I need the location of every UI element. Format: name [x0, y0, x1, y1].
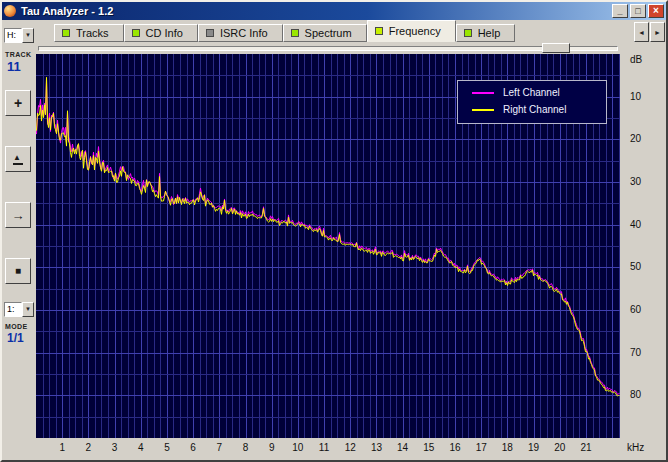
legend-label: Right Channel [503, 105, 566, 115]
legend-swatch-icon [472, 92, 494, 94]
tab-strip: TracksCD InfoISRC InfoSpectrumFrequencyH… [54, 20, 515, 42]
position-slider[interactable] [36, 42, 620, 54]
x-tick-label: 14 [395, 442, 411, 453]
y-axis: dB 1020304050607080 [620, 42, 666, 438]
y-tick-label: 50 [630, 261, 641, 272]
legend-swatch-icon [472, 109, 494, 111]
y-tick-label: 40 [630, 219, 641, 230]
transport-buttons: +▲→■ [2, 90, 31, 314]
mode-select-value: 1: [4, 302, 22, 317]
drive-select-value: H: [4, 28, 22, 43]
x-tick-label: 7 [211, 442, 227, 453]
x-tick-label: 16 [447, 442, 463, 453]
tab-label: Help [478, 27, 501, 39]
x-tick-label: 21 [578, 442, 594, 453]
x-axis-unit: kHz [627, 442, 644, 453]
maximize-button[interactable]: □ [630, 4, 646, 18]
arrow-right-icon: → [12, 209, 25, 222]
tab-led-icon [132, 29, 140, 37]
sidebar: H: ▼ TRACK 11 +▲→■ 1: ▼ MODE 1/1 [2, 20, 36, 460]
tab-label: ISRC Info [220, 27, 268, 39]
content-area: H: ▼ TRACK 11 +▲→■ 1: ▼ MODE 1/1 TracksC… [2, 20, 666, 460]
tab-isrc-info[interactable]: ISRC Info [198, 24, 283, 42]
tab-scroll-buttons: ◄ ► [634, 22, 666, 42]
close-button[interactable]: × [648, 4, 664, 18]
slider-thumb[interactable] [542, 43, 570, 53]
legend-item: Right Channel [472, 105, 606, 115]
eject-button[interactable]: ▲ [5, 146, 31, 172]
tab-led-icon [62, 29, 70, 37]
y-tick-label: 10 [630, 91, 641, 102]
stop-icon: ■ [15, 266, 21, 276]
eject-icon: ▲ [13, 154, 23, 165]
x-tick-label: 11 [316, 442, 332, 453]
x-tick-label: 20 [552, 442, 568, 453]
tab-label: CD Info [146, 27, 183, 39]
legend: Left ChannelRight Channel [457, 80, 607, 124]
y-tick-label: 60 [630, 304, 641, 315]
legend-label: Left Channel [503, 88, 560, 98]
x-tick-label: 5 [159, 442, 175, 453]
tab-frequency[interactable]: Frequency [367, 20, 456, 42]
chevron-down-icon[interactable]: ▼ [22, 28, 34, 43]
y-axis-unit: dB [630, 54, 642, 65]
x-axis: kHz 123456789101112131415161718192021 [36, 438, 666, 460]
x-tick-label: 19 [526, 442, 542, 453]
x-tick-label: 6 [185, 442, 201, 453]
app-icon [4, 5, 16, 17]
x-tick-label: 17 [473, 442, 489, 453]
tab-help[interactable]: Help [456, 24, 516, 42]
tab-led-icon [464, 29, 472, 37]
x-tick-label: 3 [107, 442, 123, 453]
x-tick-label: 12 [342, 442, 358, 453]
mode-label: MODE [5, 323, 28, 330]
plus-button[interactable]: + [5, 90, 31, 116]
x-tick-label: 13 [368, 442, 384, 453]
x-tick-label: 9 [264, 442, 280, 453]
track-number: 11 [7, 59, 21, 74]
x-tick-label: 18 [499, 442, 515, 453]
track-label: TRACK [5, 51, 32, 58]
app-window: Tau Analyzer - 1.2 _ □ × H: ▼ TRACK 11 +… [0, 0, 668, 462]
tab-bar: TracksCD InfoISRC InfoSpectrumFrequencyH… [36, 20, 666, 42]
tab-cd-info[interactable]: CD Info [124, 24, 198, 42]
tab-label: Spectrum [305, 27, 352, 39]
y-tick-label: 70 [630, 347, 641, 358]
stop-button[interactable]: ■ [5, 258, 31, 284]
mode-select[interactable]: 1: ▼ [4, 302, 34, 317]
arrow-right-button[interactable]: → [5, 202, 31, 228]
plus-icon: + [14, 96, 22, 110]
x-tick-label: 2 [80, 442, 96, 453]
tab-led-icon [291, 29, 299, 37]
minimize-button[interactable]: _ [612, 4, 628, 18]
chevron-down-icon[interactable]: ▼ [22, 302, 34, 317]
legend-item: Left Channel [472, 88, 606, 98]
mode-value: 1/1 [7, 331, 24, 345]
window-title: Tau Analyzer - 1.2 [18, 5, 610, 17]
title-bar: Tau Analyzer - 1.2 _ □ × [2, 2, 666, 20]
y-tick-label: 30 [630, 176, 641, 187]
tab-label: Tracks [76, 27, 109, 39]
tab-tracks[interactable]: Tracks [54, 24, 124, 42]
x-tick-label: 10 [290, 442, 306, 453]
y-tick-label: 80 [630, 389, 641, 400]
x-tick-label: 4 [133, 442, 149, 453]
tab-scroll-left-button[interactable]: ◄ [634, 22, 649, 42]
tab-led-icon [206, 29, 214, 37]
x-tick-label: 15 [421, 442, 437, 453]
x-tick-label: 1 [54, 442, 70, 453]
x-tick-label: 8 [238, 442, 254, 453]
tab-spectrum[interactable]: Spectrum [283, 24, 367, 42]
tab-led-icon [375, 27, 383, 35]
tab-scroll-right-button[interactable]: ► [650, 22, 665, 42]
tab-label: Frequency [389, 25, 441, 37]
y-tick-label: 20 [630, 133, 641, 144]
drive-select[interactable]: H: ▼ [4, 28, 34, 43]
